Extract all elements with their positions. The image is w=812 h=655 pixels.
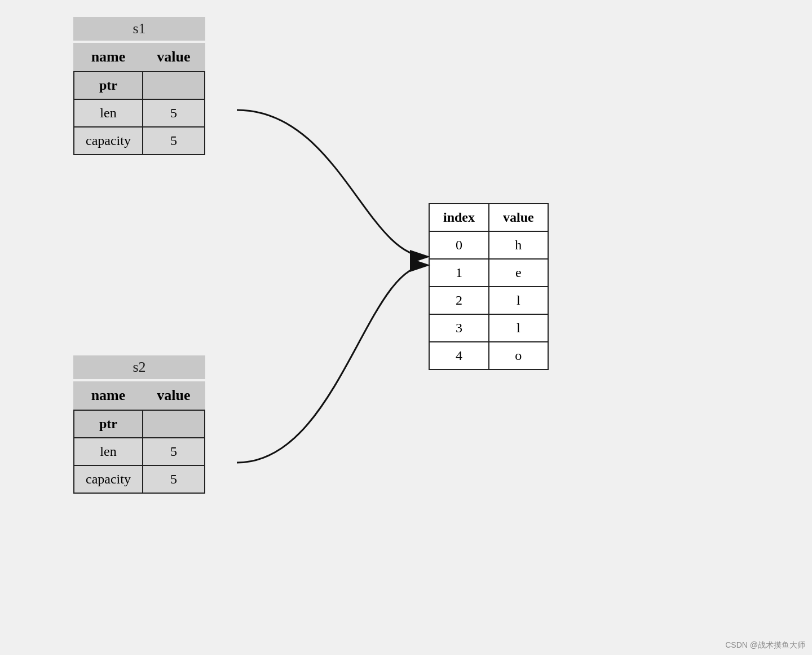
s1-arrow [237, 110, 427, 257]
s2-row-capacity: capacity 5 [74, 465, 205, 493]
s1-capacity-name: capacity [74, 127, 143, 155]
array-index-1: 1 [429, 259, 489, 287]
s2-len-name: len [74, 438, 143, 465]
s2-row-ptr: ptr [74, 410, 205, 438]
s2-section: s2 name value ptr len 5 capacity [73, 355, 205, 494]
s1-title: s1 [73, 17, 205, 41]
s1-row-len: len 5 [74, 99, 205, 127]
s1-header-name: name [74, 43, 143, 72]
s2-ptr-name: ptr [74, 410, 143, 438]
s2-ptr-value [143, 410, 205, 438]
s1-table: name value ptr len 5 capacity 5 [73, 43, 205, 155]
array-row-4: 4 o [429, 342, 548, 370]
array-index-4: 4 [429, 342, 489, 370]
s2-header-name: name [74, 381, 143, 410]
s2-len-value: 5 [143, 438, 205, 465]
s1-row-ptr: ptr [74, 72, 205, 99]
s2-row-len: len 5 [74, 438, 205, 465]
array-row-3: 3 l [429, 314, 548, 342]
array-header-value: value [489, 204, 548, 231]
s1-row-capacity: capacity 5 [74, 127, 205, 155]
s1-capacity-value: 5 [143, 127, 205, 155]
array-header-index: index [429, 204, 489, 231]
array-value-1: e [489, 259, 548, 287]
array-index-0: 0 [429, 231, 489, 259]
s1-ptr-name: ptr [74, 72, 143, 99]
array-value-0: h [489, 231, 548, 259]
array-row-0: 0 h [429, 231, 548, 259]
array-row-1: 1 e [429, 259, 548, 287]
s2-table: name value ptr len 5 capacity 5 [73, 381, 205, 494]
main-container: s1 name value ptr len 5 capacity [0, 0, 812, 655]
watermark: CSDN @战术摸鱼大师 [725, 640, 805, 650]
array-value-4: o [489, 342, 548, 370]
array-row-2: 2 l [429, 287, 548, 314]
s2-capacity-value: 5 [143, 465, 205, 493]
array-table: index value 0 h 1 e 2 l 3 [429, 203, 549, 370]
array-value-2: l [489, 287, 548, 314]
s1-header-value: value [143, 43, 205, 72]
s1-len-value: 5 [143, 99, 205, 127]
array-value-3: l [489, 314, 548, 342]
s2-title: s2 [73, 355, 205, 379]
array-section: index value 0 h 1 e 2 l 3 [429, 203, 549, 370]
array-index-3: 3 [429, 314, 489, 342]
s2-header-value: value [143, 381, 205, 410]
s1-section: s1 name value ptr len 5 capacity [73, 17, 205, 155]
s1-len-name: len [74, 99, 143, 127]
s2-arrow [237, 265, 427, 463]
s2-capacity-name: capacity [74, 465, 143, 493]
array-index-2: 2 [429, 287, 489, 314]
s1-ptr-value [143, 72, 205, 99]
